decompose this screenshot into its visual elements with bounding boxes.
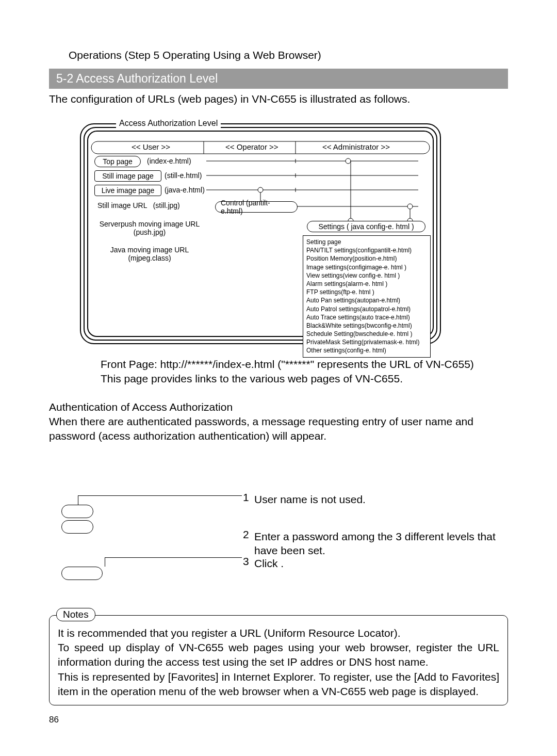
notes-l3: This is represented by [Favorites] in In…: [58, 670, 499, 699]
page-number: 86: [49, 715, 508, 725]
steps-area: 1 User name is not used. 2 Enter a passw…: [49, 495, 508, 593]
settings-item: Auto Pan settings(autopan-e.html): [306, 296, 427, 304]
svg-point-13: [407, 204, 413, 209]
settings-item: PrivateMask Setting(privatemask-e. html): [306, 338, 427, 346]
notes-box: It is recommended that you register a UR…: [49, 615, 508, 706]
breadcrumb: Operations (Step 5 Operating Using a Web…: [69, 49, 508, 61]
settings-item: View settings(view config-e. html ): [306, 271, 427, 280]
svg-point-7: [346, 158, 351, 164]
auth-body: When there are authenticated passwords, …: [49, 414, 508, 444]
col-admin: << Administrator >>: [322, 142, 390, 151]
settings-item: PAN/TILT settings(configpantilt-e.html): [306, 246, 427, 254]
front-page-l2: This page provides links to the various …: [101, 372, 508, 386]
step-1-num: 1: [243, 491, 249, 504]
settings-item: FTP settings(ftp-e. html ): [306, 288, 427, 296]
still-page-pill: Still image page: [94, 170, 161, 182]
still-page-file: (still-e.html): [165, 171, 202, 180]
serverpush-label: Serverpush moving image URL (push.jpg): [95, 220, 204, 236]
step-3-num: 3: [243, 555, 249, 568]
notes-section: Notes It is recommended that you registe…: [49, 615, 508, 706]
front-page-l1: Front Page: http://******/index-e.html (…: [101, 357, 508, 372]
section-heading: 5-2 Access Authorization Level: [49, 69, 508, 89]
settings-item: Black&White settings(bwconfig-e.html): [306, 321, 427, 330]
live-page-file: (java-e.html): [165, 186, 205, 194]
settings-item: Schedule Setting(bwschedule-e. html ): [306, 330, 427, 338]
ok-button-icon: [61, 567, 103, 580]
java-l2: (mjpeg.class): [95, 254, 204, 262]
page: Operations (Step 5 Operating Using a Web…: [0, 0, 557, 725]
serverpush-l2: (push.jpg): [95, 228, 204, 236]
java-label: Java moving image URL (mjpeg.class): [95, 246, 204, 262]
notes-l1: It is recommended that you register a UR…: [58, 626, 499, 640]
notes-l2: To speed up display of VN-C655 web pages…: [58, 640, 499, 670]
svg-point-10: [258, 187, 263, 192]
settings-item: Auto Patrol settings(autopatrol-e.html): [306, 305, 427, 313]
username-field-icon: [61, 505, 93, 518]
serverpush-l1: Serverpush moving image URL: [95, 220, 204, 228]
still-url-text: Still image URL: [97, 201, 147, 210]
settings-header: Setting page: [306, 238, 427, 246]
control-pill: Control (pantilt-e.html): [215, 201, 298, 213]
col-user: << User >>: [132, 142, 170, 151]
password-field-icon: [61, 520, 93, 534]
settings-item: Alarm settings(alarm-e. html ): [306, 280, 427, 288]
settings-item: Other settings(config-e. html): [306, 346, 427, 355]
live-page-pill: Live image page: [94, 185, 161, 196]
front-page-text: Front Page: http://******/index-e.html (…: [101, 357, 508, 387]
settings-item: Auto Trace settings(auto trace-e.html): [306, 313, 427, 321]
settings-pill: Settings ( java config-e. html ): [307, 221, 425, 232]
step-2-num: 2: [243, 528, 249, 541]
top-page-file: (index-e.html): [147, 157, 191, 165]
intro-text: The configuration of URLs (web pages) in…: [49, 93, 508, 105]
access-level-diagram: Access Authorization Level << User >> <<…: [80, 118, 441, 345]
step-1-text: User name is not used.: [254, 492, 366, 506]
java-l1: Java moving image URL: [95, 246, 204, 254]
auth-section: Authentication of Access Authorization W…: [49, 400, 508, 444]
still-url-label: Still image URL (still.jpg): [97, 201, 180, 210]
top-page-pill: Top page: [94, 156, 141, 167]
settings-box: Setting page PAN/TILT settings(configpan…: [303, 235, 431, 358]
diagram-title: Access Authorization Level: [116, 119, 221, 128]
settings-item: Image settings(configimage-e. html ): [306, 263, 427, 271]
col-operator: << Operator >>: [225, 142, 278, 151]
notes-label: Notes: [56, 608, 95, 621]
auth-heading: Authentication of Access Authorization: [49, 400, 508, 414]
settings-item: Position Memory(position-e.html): [306, 254, 427, 263]
step-2-text: Enter a password among the 3 different l…: [254, 529, 512, 558]
step-3-text: Click .: [254, 556, 284, 570]
still-url-file: (still.jpg): [153, 201, 180, 210]
